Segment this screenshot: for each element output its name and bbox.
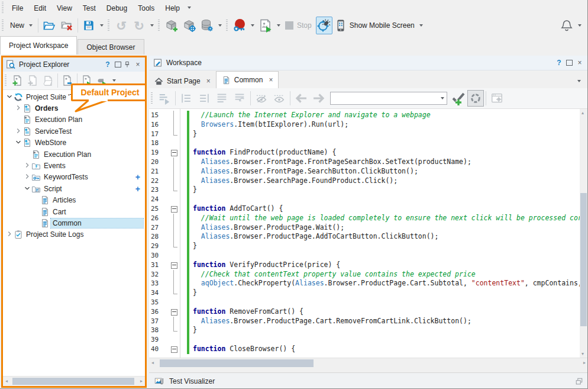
code-line[interactable]: 29}	[149, 242, 580, 251]
code-line[interactable]: 16 Browsers.Item(btIExplorer).Run(url);	[149, 120, 580, 130]
code-editor[interactable]: 15 //Launch the Internet Explorer and na…	[149, 109, 588, 358]
code-line[interactable]: 22 Aliases.Browser.SearchPage.FoundProdu…	[149, 176, 580, 186]
notifications-button[interactable]	[558, 17, 575, 34]
run-options-caret-icon[interactable]	[112, 79, 116, 82]
code-line[interactable]: 38}	[149, 326, 580, 335]
chevron-expanded-icon[interactable]	[14, 138, 22, 147]
tree-item-execution-plan[interactable]: Execution Plan	[3, 149, 145, 160]
code-line[interactable]: 24	[149, 195, 580, 204]
toolbar-grip[interactable]	[158, 20, 160, 31]
format-lines-button[interactable]	[214, 89, 230, 107]
code-line[interactable]: 30	[149, 251, 580, 261]
visualizer-capture-button[interactable]	[467, 90, 484, 107]
tab-common[interactable]: Common ×	[216, 71, 279, 88]
menu-options-caret-icon[interactable]	[188, 7, 191, 9]
code-line[interactable]: 39	[149, 335, 580, 345]
code-line[interactable]: 21 Aliases.Browser.FrontPage.SearchButto…	[149, 167, 580, 176]
toolbar-grip[interactable]	[151, 92, 153, 104]
run-caret-icon[interactable]	[277, 24, 280, 27]
chevron-expanded-icon[interactable]	[5, 92, 14, 102]
tree-item-servicetest[interactable]: ServiceTest	[3, 126, 145, 137]
tree-item-project-suite-logs[interactable]: Project Suite Logs	[3, 229, 145, 240]
find-input[interactable]	[331, 94, 438, 103]
scrollbar-thumb[interactable]	[580, 193, 587, 326]
outline-expand-button[interactable]	[196, 89, 212, 107]
navigate-back-button[interactable]	[293, 89, 309, 107]
save-caret-icon[interactable]	[100, 24, 104, 27]
code-line[interactable]: 27 Aliases.Browser.ProductPage.Wait();	[149, 223, 580, 233]
save-button[interactable]	[80, 17, 97, 34]
find-combo[interactable]	[330, 92, 447, 105]
code-line[interactable]: 31function VerifyProductPrice(price) {	[149, 261, 580, 270]
open-button[interactable]	[41, 17, 57, 34]
chevron-collapsed-icon[interactable]	[23, 172, 31, 182]
panel-close-button[interactable]: ×	[133, 60, 143, 69]
float-panel-icon[interactable]	[575, 377, 583, 385]
code-line[interactable]: 33 aqObject.CheckProperty(Aliases.Browse…	[149, 279, 580, 288]
scrollbar-thumb[interactable]	[160, 359, 314, 367]
debug-mode-button[interactable]	[316, 17, 332, 34]
close-tab-icon[interactable]: ×	[206, 77, 211, 85]
chevron-collapsed-icon[interactable]	[23, 161, 31, 171]
tree-item-common[interactable]: Common	[3, 217, 145, 229]
scroll-right-icon[interactable]: ▸	[583, 360, 586, 365]
toolbar-grip[interactable]	[226, 20, 228, 31]
scroll-left-icon[interactable]: ◂	[151, 360, 154, 365]
test-visualizer-bar[interactable]: Test Visualizer	[149, 372, 588, 389]
object-spy-button[interactable]	[181, 17, 198, 34]
run-current-routine-button[interactable]	[156, 89, 173, 107]
tab-project-workspace[interactable]: Project Workspace	[0, 36, 77, 54]
tab-start-page[interactable]: Start Page ×	[149, 74, 216, 88]
fold-collapse-icon[interactable]	[169, 307, 180, 317]
run-test-button[interactable]	[257, 17, 274, 34]
undo-caret-icon[interactable]	[150, 24, 154, 27]
project-tree-hscrollbar[interactable]: ◂ ▸	[3, 376, 145, 386]
code-line[interactable]: 34}	[149, 288, 580, 298]
chevron-collapsed-icon[interactable]	[14, 104, 22, 113]
menu-test[interactable]: Test	[77, 2, 101, 15]
code-line[interactable]: 26 //Wait until the web page is loaded c…	[149, 214, 580, 223]
toolbar-grip[interactable]	[108, 20, 109, 31]
code-line[interactable]: 35	[149, 298, 580, 307]
code-line[interactable]: 40function CloseBrowser() {	[149, 345, 580, 354]
menu-view[interactable]: View	[51, 2, 77, 15]
menu-edit[interactable]: Edit	[28, 2, 51, 15]
show-code-button[interactable]	[271, 89, 287, 107]
database-caret-icon[interactable]	[218, 24, 222, 27]
scroll-right-icon[interactable]: ▸	[140, 378, 143, 384]
code-line[interactable]: 19function FindProduct(productName) {	[149, 148, 580, 157]
close-tab-icon[interactable]: ×	[269, 76, 273, 84]
add-child-button[interactable]: +	[135, 184, 140, 194]
database-tools-button[interactable]	[199, 17, 215, 34]
panel-pin-button[interactable]	[124, 61, 133, 68]
toolbar-grip[interactable]	[2, 20, 4, 31]
panel-help-button[interactable]: ?	[103, 60, 112, 69]
close-file-button[interactable]	[59, 17, 75, 34]
open-item-button-disabled[interactable]	[41, 73, 55, 88]
panel-close-button[interactable]: ×	[575, 59, 584, 67]
scroll-down-icon[interactable]: ▾	[581, 351, 584, 356]
code-vscrollbar[interactable]: ▴ ▾	[580, 109, 587, 358]
toolbar-grip[interactable]	[5, 75, 7, 86]
fold-collapse-icon[interactable]	[169, 204, 180, 214]
navigate-forward-button[interactable]	[311, 89, 327, 107]
hide-code-button[interactable]	[253, 89, 270, 107]
show-mobile-screen-button[interactable]: Show Mobile Screen	[334, 17, 426, 34]
scroll-left-icon[interactable]: ◂	[5, 378, 8, 384]
add-checkpoint-button[interactable]	[450, 89, 467, 107]
tab-list-caret-icon[interactable]	[577, 80, 581, 82]
add-child-button[interactable]: +	[135, 172, 140, 182]
undo-button[interactable]: ↺	[113, 17, 130, 34]
toolbar-grip[interactable]	[2, 2, 4, 14]
tree-item-script[interactable]: Script+	[3, 183, 145, 194]
chevron-collapsed-icon[interactable]	[5, 230, 14, 239]
code-line[interactable]: 17}	[149, 130, 580, 139]
outline-collapse-button[interactable]	[178, 89, 195, 107]
add-new-item-button[interactable]	[10, 73, 24, 88]
code-line[interactable]: 18	[149, 139, 580, 148]
panel-maximize-button[interactable]	[115, 62, 121, 67]
scrollbar-thumb[interactable]	[12, 378, 134, 385]
menu-tools[interactable]: Tools	[133, 2, 160, 15]
tree-item-cart[interactable]: Cart	[3, 206, 145, 217]
code-hscrollbar[interactable]: ◂ ▸	[149, 358, 588, 368]
